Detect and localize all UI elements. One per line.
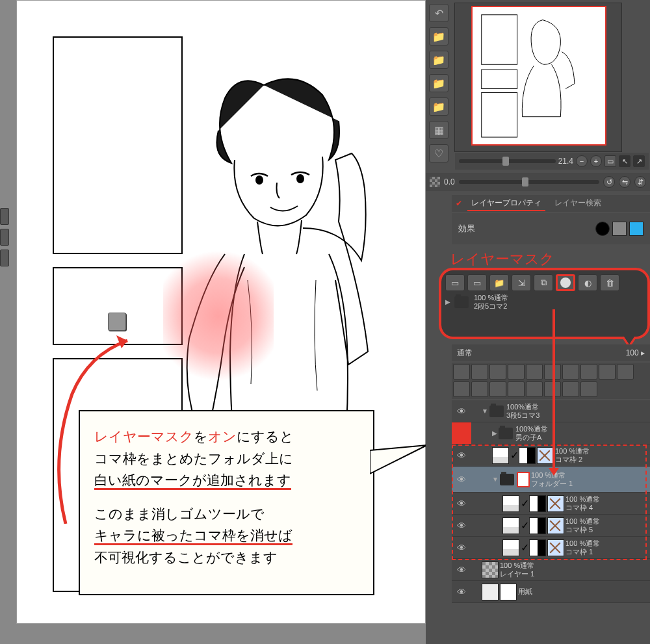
layer-tool-button[interactable] bbox=[526, 381, 543, 397]
blend-mode-value[interactable]: 通常 bbox=[457, 348, 473, 359]
zoom-out-button[interactable]: − bbox=[576, 155, 588, 167]
layout-folder-icon[interactable]: 📁 bbox=[429, 74, 448, 92]
disclosure-triangle-icon[interactable]: ▼ bbox=[492, 476, 499, 483]
effect-label: 効果 bbox=[458, 223, 475, 235]
speech-tail bbox=[370, 444, 428, 483]
canvas[interactable]: レイヤーマスクをオンにすると コマ枠をまとめたフォルダ上に 白い紙のマークが追加… bbox=[16, 0, 426, 624]
layer-name: コマ枠 4 bbox=[566, 504, 600, 512]
merge-icon[interactable]: ⧉ bbox=[534, 274, 553, 291]
undo-icon[interactable]: ↶ bbox=[429, 4, 448, 22]
folder-icon bbox=[489, 406, 504, 417]
layer-mode: 100 %通常 bbox=[500, 561, 534, 570]
visibility-toggle[interactable] bbox=[452, 422, 471, 444]
disclosure-triangle-icon[interactable]: ▶ bbox=[492, 430, 497, 437]
rotate-right-button[interactable]: ↗ bbox=[633, 155, 645, 167]
new-layer-2-icon[interactable]: ▭ bbox=[467, 274, 487, 291]
heart-icon[interactable]: ♡ bbox=[429, 144, 448, 162]
note-text: キャラに被ったコマ枠を消せば bbox=[94, 528, 292, 545]
layer-row[interactable]: 👁 ✓ 100 %通常コマ枠 5 bbox=[452, 515, 650, 537]
folder-icon[interactable]: 📁 bbox=[429, 27, 448, 45]
layer-tool-button[interactable] bbox=[580, 364, 597, 380]
note-text: 不可視化することができます bbox=[94, 547, 359, 569]
new-folder-icon[interactable]: 📁 bbox=[489, 274, 509, 291]
layer-color-button[interactable] bbox=[629, 222, 644, 236]
navigator-thumbnail[interactable] bbox=[471, 6, 606, 146]
zoom-slider[interactable] bbox=[459, 159, 556, 163]
brush-size-value: 0.0 bbox=[444, 177, 455, 187]
visibility-toggle[interactable]: 👁 bbox=[452, 515, 471, 536]
layer-list: 👁 ▼ 100%通常3段5コマ3 ▶ 100%通常男の子A 👁 ✓ 100 %通… bbox=[452, 400, 650, 603]
tool-button[interactable] bbox=[0, 208, 9, 225]
visibility-toggle[interactable]: 👁 bbox=[452, 493, 471, 514]
layer-tool-button[interactable] bbox=[562, 381, 579, 397]
layer-tool-button[interactable] bbox=[453, 381, 470, 397]
trash-icon[interactable]: 🗑 bbox=[600, 274, 619, 291]
layer-name: 男の子A bbox=[515, 433, 548, 442]
navigator-panel[interactable]: 21.4 − + ▭ ↖ ↗ bbox=[454, 3, 622, 152]
flip-v-button[interactable]: ⇵ bbox=[634, 176, 646, 188]
border-effect-button[interactable] bbox=[595, 222, 610, 236]
layer-name: コマ枠 2 bbox=[555, 456, 590, 464]
tab-layer-search[interactable]: レイヤー検索 bbox=[551, 196, 605, 211]
layer-row[interactable]: 👁 ▼ 100%通常3段5コマ3 bbox=[452, 400, 650, 422]
3d-folder-icon[interactable]: 📁 bbox=[429, 51, 448, 69]
layer-tool-button[interactable] bbox=[471, 381, 488, 397]
layer-tool-button[interactable] bbox=[617, 364, 634, 380]
layer-mode: 100 %通常 bbox=[566, 539, 600, 548]
reset-rotation-button[interactable]: ↺ bbox=[603, 176, 615, 188]
layer-row-selected[interactable]: 👁 ▼ 100 %通常フォルダー 1 bbox=[452, 467, 650, 493]
layer-row[interactable]: 👁 ✓ 100 %通常コマ枠 1 bbox=[452, 537, 650, 559]
layer-thumbnail bbox=[482, 584, 499, 600]
layer-tool-button[interactable] bbox=[489, 381, 506, 397]
layer-row[interactable]: 👁 ✓ 100 %通常コマ枠 2 bbox=[452, 444, 650, 467]
rotate-left-button[interactable]: ↖ bbox=[619, 155, 630, 167]
disclosure-triangle-icon[interactable]: ▶ bbox=[445, 298, 450, 305]
visibility-toggle[interactable]: 👁 bbox=[452, 444, 471, 466]
layer-tool-button[interactable] bbox=[471, 364, 488, 380]
thumb-art bbox=[473, 7, 605, 144]
pattern-folder-icon[interactable]: ▦ bbox=[429, 121, 448, 139]
visibility-toggle[interactable]: 👁 bbox=[452, 559, 471, 580]
svg-point-0 bbox=[256, 176, 263, 184]
layer-tool-button[interactable] bbox=[508, 364, 525, 380]
layer-tool-button[interactable] bbox=[508, 381, 525, 397]
trash-icon[interactable] bbox=[580, 381, 597, 397]
layer-mask-button[interactable] bbox=[556, 274, 575, 291]
layer-tool-button[interactable] bbox=[489, 364, 506, 380]
layer-row[interactable]: 👁 100 %通常レイヤー 1 bbox=[452, 559, 650, 581]
import-folder-icon[interactable]: 📁 bbox=[429, 97, 448, 116]
visibility-toggle[interactable]: 👁 bbox=[452, 400, 471, 422]
layer-mask-button[interactable] bbox=[544, 381, 561, 397]
mask-thumbnail bbox=[529, 495, 546, 512]
zoom-in-button[interactable]: + bbox=[590, 155, 602, 167]
tool-button[interactable] bbox=[0, 229, 9, 246]
apply-mask-icon[interactable]: ◐ bbox=[578, 274, 597, 291]
note-text: 白い紙のマークが追加されます bbox=[94, 472, 291, 490]
fit-button[interactable]: ▭ bbox=[604, 155, 616, 167]
mask-indicator[interactable] bbox=[517, 472, 530, 487]
tone-effect-button[interactable] bbox=[612, 222, 627, 236]
opacity-value[interactable]: 100 bbox=[626, 348, 639, 357]
visibility-toggle[interactable]: 👁 bbox=[452, 467, 471, 492]
layer-tool-button[interactable] bbox=[544, 364, 561, 380]
layer-tool-button[interactable] bbox=[599, 364, 616, 380]
note-text: コマ枠をまとめたフォルダ上に bbox=[94, 448, 359, 470]
new-layer-icon[interactable]: ▭ bbox=[445, 274, 465, 291]
layer-row[interactable]: ▶ 100%通常男の子A bbox=[452, 422, 650, 444]
layer-tool-button[interactable] bbox=[562, 364, 579, 380]
layer-tool-button[interactable] bbox=[453, 364, 470, 380]
visibility-toggle[interactable]: 👁 bbox=[452, 581, 471, 602]
brush-slider[interactable] bbox=[459, 180, 599, 184]
note-text: オン bbox=[208, 429, 237, 444]
visibility-toggle[interactable]: 👁 bbox=[452, 537, 471, 558]
disclosure-triangle-icon[interactable]: ▼ bbox=[482, 407, 488, 415]
flip-h-button[interactable]: ⇋ bbox=[619, 176, 630, 188]
right-panel: ↶ 📁 📁 📁 📁 ▦ ♡ 21.4 − + ▭ ↖ ↗ 0.0 ↺ ⇋ ⇵ ✔… bbox=[426, 0, 650, 644]
transfer-icon[interactable]: ⇲ bbox=[512, 274, 531, 291]
layer-row[interactable]: 👁 ✓ 100 %通常コマ枠 4 bbox=[452, 493, 650, 515]
layer-tool-button[interactable] bbox=[526, 364, 543, 380]
tool-button[interactable] bbox=[0, 250, 9, 266]
callout-mode: 100 %通常 bbox=[474, 294, 508, 302]
layer-row[interactable]: 👁 用紙 bbox=[452, 581, 650, 603]
tab-layer-property[interactable]: レイヤープロパティ bbox=[467, 196, 545, 211]
